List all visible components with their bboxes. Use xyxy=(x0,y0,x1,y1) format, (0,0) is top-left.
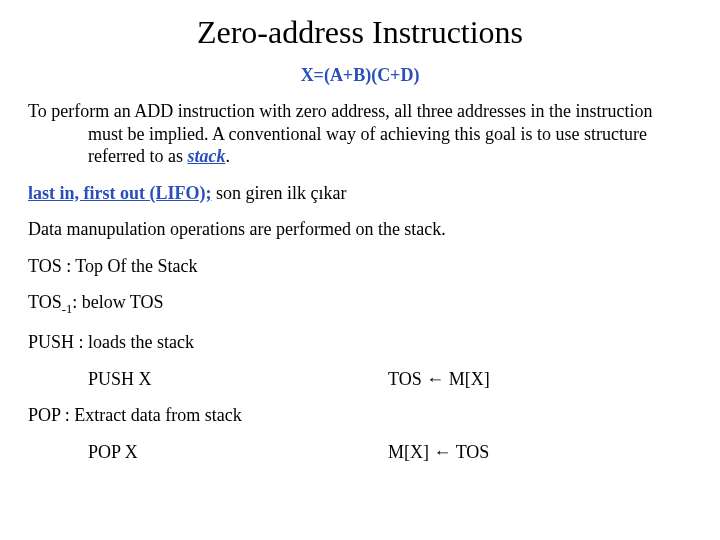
tos-minus-1-line: TOS-1: below TOS xyxy=(28,291,692,317)
push-rhs: TOS ← M[X] xyxy=(388,368,692,391)
formula: X=(A+B)(C+D) xyxy=(28,65,692,86)
para1-text: To perform an ADD instruction with zero … xyxy=(28,101,653,166)
lifo-rest: son giren ilk çıkar xyxy=(212,183,347,203)
slide: Zero-address Instructions X=(A+B)(C+D) T… xyxy=(0,0,720,491)
lifo-head: last in, first out (LIFO); xyxy=(28,183,212,203)
para1-period: . xyxy=(225,146,230,166)
stack-word: stack xyxy=(187,146,225,166)
tos-m1-sub: -1 xyxy=(62,302,73,316)
slide-title: Zero-address Instructions xyxy=(28,14,692,51)
tos-m1-b: : below TOS xyxy=(72,292,163,312)
push-x: PUSH X xyxy=(28,368,388,391)
pop-x: POP X xyxy=(28,441,388,464)
pop-row: POP X M[X] ← TOS xyxy=(28,441,692,464)
data-ops-line: Data manupulation operations are perform… xyxy=(28,218,692,241)
push-label: PUSH : loads the stack xyxy=(28,331,692,354)
description-paragraph: To perform an ADD instruction with zero … xyxy=(28,100,692,168)
tos-m1-a: TOS xyxy=(28,292,62,312)
push-row: PUSH X TOS ← M[X] xyxy=(28,368,692,391)
pop-label: POP : Extract data from stack xyxy=(28,404,692,427)
lifo-line: last in, first out (LIFO); son giren ilk… xyxy=(28,182,692,205)
pop-rhs: M[X] ← TOS xyxy=(388,441,692,464)
tos-line: TOS : Top Of the Stack xyxy=(28,255,692,278)
